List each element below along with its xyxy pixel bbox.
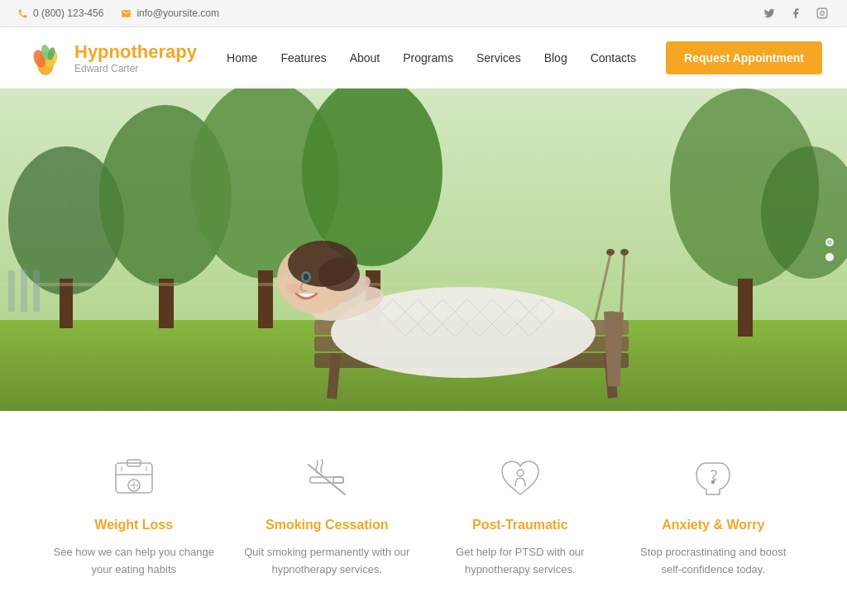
email-text: info@yoursite.com (136, 7, 219, 19)
svg-rect-19 (21, 269, 27, 312)
phone-icon (17, 7, 28, 19)
phone-item: 0 (800) 123-456 (17, 7, 103, 19)
nav-blog[interactable]: Blog (544, 51, 567, 64)
svg-point-56 (712, 480, 715, 483)
svg-point-40 (620, 249, 629, 255)
weight-loss-icon (107, 452, 160, 506)
svg-point-33 (318, 258, 360, 291)
smoking-cessation-title: Smoking Cessation (266, 518, 388, 532)
nav-home[interactable]: Home (227, 51, 257, 64)
post-traumatic-icon (493, 452, 547, 506)
facebook-icon[interactable] (787, 5, 804, 21)
post-traumatic-desc: Get help for PTSD with our hypnotherapy … (436, 544, 605, 579)
anxiety-worry-icon (687, 452, 740, 506)
feature-post-traumatic: Post-Traumatic Get help for PTSD with ou… (436, 452, 605, 579)
twitter-icon[interactable] (761, 5, 778, 21)
social-links (761, 5, 830, 21)
top-bar-contact: 0 (800) 123-456 info@yoursite.com (17, 7, 219, 19)
email-item: info@yoursite.com (120, 7, 219, 19)
svg-rect-53 (333, 477, 343, 483)
logo: Hypnotherapy Edward Carter (25, 37, 197, 79)
svg-rect-20 (33, 270, 40, 312)
hero-section (0, 88, 847, 411)
svg-rect-17 (0, 283, 847, 286)
logo-icon (25, 37, 66, 79)
top-bar: 0 (800) 123-456 info@yoursite.com (0, 0, 847, 27)
nav-about[interactable]: About (350, 51, 380, 64)
svg-line-54 (309, 465, 345, 494)
svg-point-39 (606, 249, 615, 255)
request-appointment-button[interactable]: Request Appointment (666, 41, 822, 74)
svg-point-35 (304, 274, 309, 280)
svg-rect-42 (738, 279, 753, 337)
logo-subtitle: Edward Carter (74, 63, 197, 74)
post-traumatic-title: Post-Traumatic (472, 518, 568, 532)
nav-services[interactable]: Services (476, 51, 521, 64)
weight-loss-desc: See how we can help you change your eati… (50, 544, 218, 579)
features-section: Weight Loss See how we can help you chan… (0, 411, 847, 612)
nav-contacts[interactable]: Contacts (591, 51, 636, 64)
svg-rect-0 (817, 8, 827, 18)
feature-anxiety-worry: Anxiety & Worry Stop procrastinating and… (629, 452, 798, 579)
feature-smoking-cessation: Smoking Cessation Quit smoking permanent… (243, 452, 412, 579)
main-nav: Home Features About Programs Services Bl… (227, 51, 636, 64)
svg-point-36 (286, 284, 303, 294)
anxiety-worry-desc: Stop procrastinating and boost self-conf… (629, 544, 798, 579)
nav-programs[interactable]: Programs (403, 51, 453, 64)
smoking-cessation-desc: Quit smoking permanently with our hypnot… (243, 544, 412, 579)
nav-features[interactable]: Features (280, 51, 326, 64)
svg-point-55 (517, 470, 524, 476)
email-icon (120, 7, 132, 19)
svg-rect-18 (8, 270, 15, 312)
phone-text: 0 (800) 123-456 (33, 7, 103, 19)
logo-title: Hypnotherapy (74, 41, 197, 63)
logo-text-area: Hypnotherapy Edward Carter (74, 41, 197, 74)
slide-dot-1[interactable] (825, 238, 834, 246)
instagram-icon[interactable] (814, 5, 830, 21)
hero-background (0, 88, 847, 411)
weight-loss-title: Weight Loss (94, 518, 173, 532)
slide-indicators (825, 238, 834, 261)
smoking-cessation-icon (300, 452, 354, 506)
anxiety-worry-title: Anxiety & Worry (662, 518, 764, 532)
main-header: Hypnotherapy Edward Carter Home Features… (0, 27, 847, 88)
svg-rect-14 (258, 270, 273, 328)
slide-dot-2[interactable] (825, 253, 834, 261)
feature-weight-loss: Weight Loss See how we can help you chan… (50, 452, 218, 579)
